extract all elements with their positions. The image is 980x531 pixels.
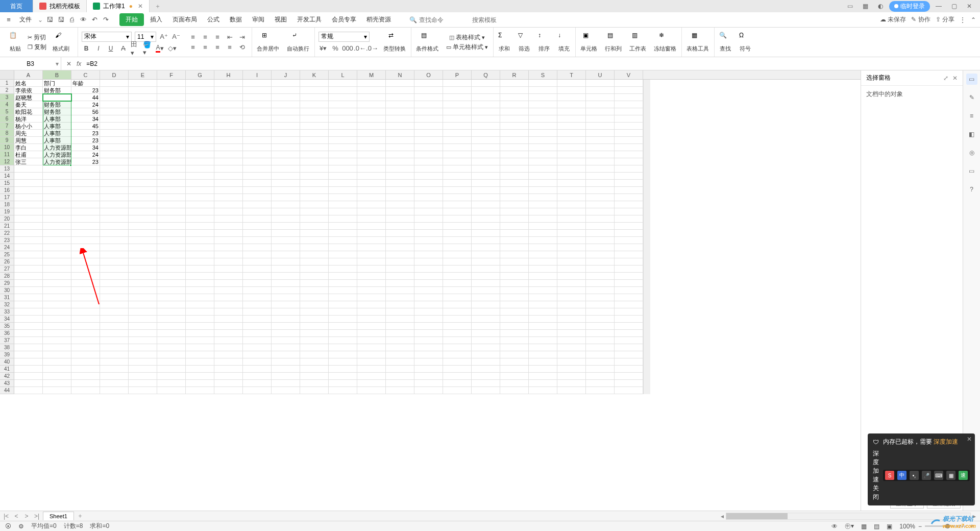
cell[interactable] xyxy=(214,215,243,223)
cell[interactable] xyxy=(615,380,643,387)
fill-handle[interactable] xyxy=(69,164,72,166)
cell[interactable] xyxy=(186,223,214,230)
cell[interactable] xyxy=(300,144,329,151)
cell[interactable] xyxy=(443,130,472,137)
cell[interactable] xyxy=(129,101,157,108)
cell[interactable] xyxy=(586,273,615,280)
cell[interactable] xyxy=(529,237,557,244)
cell[interactable] xyxy=(557,230,586,237)
cell[interactable] xyxy=(157,108,186,115)
cell[interactable] xyxy=(43,316,71,323)
cell[interactable] xyxy=(186,80,214,87)
cell[interactable] xyxy=(414,194,443,201)
cell[interactable] xyxy=(129,287,157,294)
cell[interactable] xyxy=(615,373,643,380)
cell[interactable] xyxy=(529,108,557,115)
cell[interactable] xyxy=(557,215,586,223)
cell[interactable] xyxy=(71,330,100,337)
cell[interactable] xyxy=(329,344,357,351)
cell[interactable] xyxy=(500,201,529,208)
cell[interactable] xyxy=(214,187,243,194)
cell[interactable] xyxy=(357,137,386,144)
cell[interactable] xyxy=(386,137,414,144)
cell[interactable] xyxy=(414,187,443,194)
cell[interactable] xyxy=(329,194,357,201)
fx-icon[interactable]: fx xyxy=(77,60,81,67)
cell[interactable] xyxy=(586,366,615,373)
cell[interactable] xyxy=(500,94,529,101)
cell[interactable] xyxy=(272,165,300,173)
cell[interactable] xyxy=(14,173,43,180)
cell[interactable] xyxy=(414,151,443,158)
cell[interactable] xyxy=(14,266,43,273)
cell[interactable] xyxy=(500,173,529,180)
cell[interactable] xyxy=(414,87,443,94)
cell[interactable] xyxy=(357,130,386,137)
cell[interactable] xyxy=(100,115,129,123)
cell[interactable] xyxy=(386,301,414,308)
cell[interactable] xyxy=(357,194,386,201)
cell[interactable] xyxy=(329,123,357,130)
cell[interactable] xyxy=(272,258,300,266)
cell[interactable] xyxy=(414,230,443,237)
cell[interactable] xyxy=(414,301,443,308)
cell[interactable] xyxy=(100,330,129,337)
cell[interactable] xyxy=(157,215,186,223)
cell[interactable] xyxy=(472,266,500,273)
cell[interactable] xyxy=(586,151,615,158)
cell[interactable] xyxy=(129,208,157,215)
row-head-15[interactable]: 15 xyxy=(0,180,14,187)
cell[interactable] xyxy=(443,280,472,287)
cell[interactable] xyxy=(100,108,129,115)
cell[interactable] xyxy=(586,358,615,366)
cell[interactable] xyxy=(129,80,157,87)
cell[interactable] xyxy=(14,301,43,308)
cell[interactable] xyxy=(443,208,472,215)
cell[interactable] xyxy=(186,323,214,330)
cell[interactable] xyxy=(414,366,443,373)
cell[interactable] xyxy=(386,108,414,115)
row-head-10[interactable]: 10 xyxy=(0,144,14,151)
cell[interactable] xyxy=(272,344,300,351)
cell[interactable] xyxy=(14,316,43,323)
cell[interactable] xyxy=(157,366,186,373)
cell[interactable] xyxy=(329,237,357,244)
cell[interactable] xyxy=(300,87,329,94)
cell[interactable] xyxy=(272,101,300,108)
cell[interactable] xyxy=(214,87,243,94)
cell[interactable] xyxy=(100,344,129,351)
cell[interactable] xyxy=(357,230,386,237)
cell[interactable] xyxy=(300,115,329,123)
cell[interactable] xyxy=(472,94,500,101)
cell[interactable] xyxy=(129,308,157,316)
cell[interactable] xyxy=(586,237,615,244)
cell[interactable] xyxy=(243,237,272,244)
cell[interactable] xyxy=(557,201,586,208)
row-head-22[interactable]: 22 xyxy=(0,230,14,237)
cell[interactable] xyxy=(214,280,243,287)
cell[interactable] xyxy=(500,115,529,123)
cell[interactable] xyxy=(100,144,129,151)
cell[interactable] xyxy=(529,373,557,380)
cell[interactable] xyxy=(500,380,529,387)
cell[interactable] xyxy=(272,137,300,144)
row-head-37[interactable]: 37 xyxy=(0,337,14,344)
cell[interactable]: 财务部 xyxy=(43,94,71,101)
cell[interactable] xyxy=(43,173,71,180)
cell[interactable] xyxy=(329,101,357,108)
cell[interactable] xyxy=(243,287,272,294)
comma-icon[interactable]: 000 xyxy=(343,44,352,53)
menu-start[interactable]: 开始 xyxy=(119,13,144,26)
cell[interactable] xyxy=(472,165,500,173)
cell[interactable] xyxy=(586,308,615,316)
cell[interactable] xyxy=(243,108,272,115)
sheet-last-icon[interactable]: >| xyxy=(33,513,41,520)
cell[interactable] xyxy=(472,373,500,380)
col-head-D[interactable]: D xyxy=(100,70,129,79)
clear-icon[interactable]: ◇▾ xyxy=(167,44,177,53)
cell[interactable] xyxy=(386,230,414,237)
cell[interactable] xyxy=(186,123,214,130)
cell[interactable] xyxy=(71,165,100,173)
cell[interactable] xyxy=(243,94,272,101)
cell[interactable] xyxy=(615,194,643,201)
